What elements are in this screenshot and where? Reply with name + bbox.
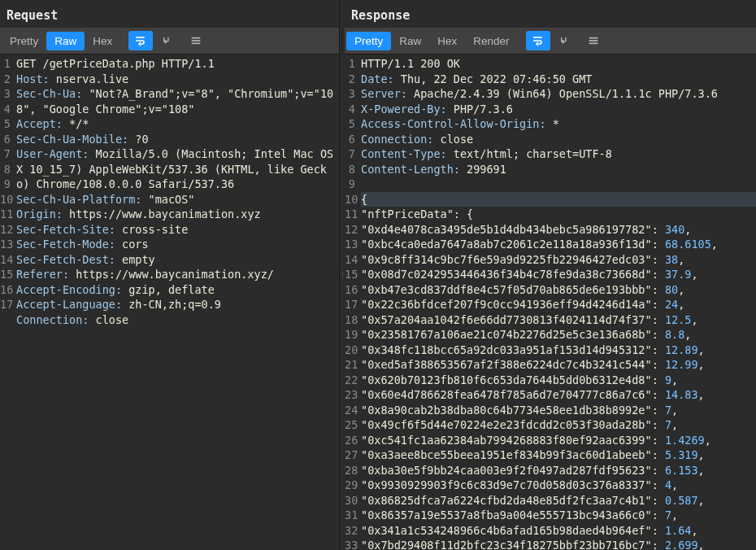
request-toolbar: PrettyRawHex: [0, 28, 339, 55]
code-line: "0x23581767a106ae21c074b2276d25e5c3e136a…: [361, 327, 756, 343]
code-line: [16, 327, 339, 343]
code-line: "0x08d7c0242953446436f34b4c78fe9da38c736…: [361, 267, 756, 282]
code-line: Content-Type: text/html; charset=UTF-8: [361, 146, 756, 162]
code-line: "0x7bd29408f11d2bfc23c34f18275bbf23bb716…: [361, 538, 756, 550]
code-line: Access-Control-Allow-Origin: *: [361, 116, 756, 132]
code-line: Sec-Fetch-Dest: empty: [16, 252, 339, 268]
code-line: GET /getPriceData.php HTTP/1.1: [16, 56, 339, 72]
response-code[interactable]: HTTP/1.1 200 OKDate: Thu, 22 Dec 2022 07…: [358, 55, 756, 550]
code-line: "0xa3aee8bce55beea1951ef834b99f3ac60d1ab…: [361, 447, 756, 463]
code-line: "0xb47e3cd837ddf8e4c57f05d70ab865de6e193…: [361, 282, 756, 298]
code-line: Sec-Fetch-Mode: cors: [16, 237, 339, 252]
menu-icon[interactable]: [581, 31, 606, 50]
wrap-icon[interactable]: [128, 31, 153, 50]
code-line: Sec-Ch-Ua-Mobile: ?0: [16, 132, 339, 147]
wrap-icon[interactable]: [526, 31, 550, 50]
code-line: "0x60e4d786628fea6478f785a6d7e704777c86a…: [361, 387, 756, 403]
newline-icon[interactable]: [554, 31, 578, 50]
code-line: Content-Length: 299691: [361, 162, 756, 177]
request-content[interactable]: 1234567891011121314151617 GET /getPriceD…: [0, 55, 339, 550]
code-line: "0x348fc118bcc65a92dc033a951af153d14d945…: [361, 343, 756, 358]
response-title: Response: [345, 0, 756, 28]
tab-raw[interactable]: Raw: [46, 32, 85, 50]
tab-pretty[interactable]: Pretty: [346, 32, 391, 50]
menu-icon[interactable]: [184, 31, 208, 50]
code-line: "0xc541fc1aa62384ab7994268883f80ef92aac6…: [361, 433, 756, 448]
code-line: "0x86357a19e5537a8fba9a004e555713bc943a6…: [361, 508, 756, 523]
code-line: "0x620b70123fb810f6c653da7644b5dd0b6312e…: [361, 373, 756, 388]
request-title: Request: [0, 0, 339, 28]
response-line-numbers: 1234567891011121314151617181920212223242…: [345, 55, 358, 550]
code-line: Referer: https://www.baycanimation.xyz/: [16, 267, 339, 282]
request-line-numbers: 1234567891011121314151617: [0, 55, 13, 550]
code-line: Accept: */*: [16, 116, 339, 132]
tab-render[interactable]: Render: [465, 32, 517, 50]
code-line: Sec-Ch-Ua: "Not?A_Brand";v="8", "Chromiu…: [16, 86, 339, 116]
code-line: "0x341a1c534248966c4b6afad165b98daed4b96…: [361, 523, 756, 539]
code-line: "nftPriceData": {: [361, 207, 756, 222]
code-line: "0x8a90cab2b38dba80c64b7734e58ee1db38b89…: [361, 403, 756, 418]
code-line: "0xbc4ca0eda7647a8ab7c2061c2e118a18a936f…: [361, 237, 756, 252]
code-line: "0xed5af388653567af2f388e6224dc7c4b3241c…: [361, 357, 756, 373]
splitter[interactable]: ⋮⋮: [340, 0, 345, 550]
response-toolbar: PrettyRawHexRender: [345, 28, 756, 55]
code-line: "0xba30e5f9bb24caa003e9f2f0497ad287fdf95…: [361, 463, 756, 478]
code-line: "0x57a204aa1042f6e66dd7730813f4024114d74…: [361, 312, 756, 328]
request-panel: Request PrettyRawHex 1234567891011121314…: [0, 0, 340, 550]
code-line: Date: Thu, 22 Dec 2022 07:46:50 GMT: [361, 72, 756, 87]
code-line: "0x9c8ff314c9bc7f6e59a9d9225fb22946427ed…: [361, 252, 756, 268]
code-line: User-Agent: Mozilla/5.0 (Macintosh; Inte…: [16, 146, 339, 192]
tab-raw[interactable]: Raw: [391, 32, 429, 50]
code-line: "0x49cf6f5d44e70224e2e23fdcdd2c053f30ada…: [361, 417, 756, 433]
request-code[interactable]: GET /getPriceData.php HTTP/1.1Host: nser…: [13, 55, 339, 550]
tab-hex[interactable]: Hex: [429, 32, 465, 50]
code-line: "0x22c36bfdcef207f9c0cc941936eff94d4246d…: [361, 297, 756, 312]
code-line: Connection: close: [361, 132, 756, 147]
code-line: Sec-Ch-Ua-Platform: "macOS": [16, 192, 339, 207]
code-line: Accept-Language: zh-CN,zh;q=0.9: [16, 297, 339, 312]
response-tabs: PrettyRawHexRender: [346, 32, 518, 50]
code-line: X-Powered-By: PHP/7.3.6: [361, 102, 756, 117]
code-line: Connection: close: [16, 312, 339, 328]
newline-icon[interactable]: [156, 31, 180, 50]
code-line: [361, 177, 756, 192]
code-line: Server: Apache/2.4.39 (Win64) OpenSSL/1.…: [361, 86, 756, 102]
response-panel: Response PrettyRawHexRender 123456789101…: [345, 0, 756, 550]
request-tabs: PrettyRawHex: [2, 32, 120, 50]
code-line: "0xd4e4078ca3495de5b1d4db434bebc5a986197…: [361, 222, 756, 238]
code-line: Accept-Encoding: gzip, deflate: [16, 282, 339, 298]
code-line: HTTP/1.1 200 OK: [361, 56, 756, 72]
code-line: {: [361, 192, 756, 207]
code-line: Sec-Fetch-Site: cross-site: [16, 222, 339, 238]
code-line: Host: nserva.live: [16, 72, 339, 87]
tab-hex[interactable]: Hex: [85, 32, 120, 50]
code-line: "0x86825dfca7a6224cfbd2da48e85df2fc3aa7c…: [361, 493, 756, 509]
response-content[interactable]: 1234567891011121314151617181920212223242…: [345, 55, 756, 550]
code-line: "0x9930929903f9c6c83d9e7c70d058d03c376a8…: [361, 478, 756, 493]
code-line: [16, 343, 339, 358]
code-line: Origin: https://www.baycanimation.xyz: [16, 207, 339, 222]
tab-pretty[interactable]: Pretty: [2, 32, 46, 50]
